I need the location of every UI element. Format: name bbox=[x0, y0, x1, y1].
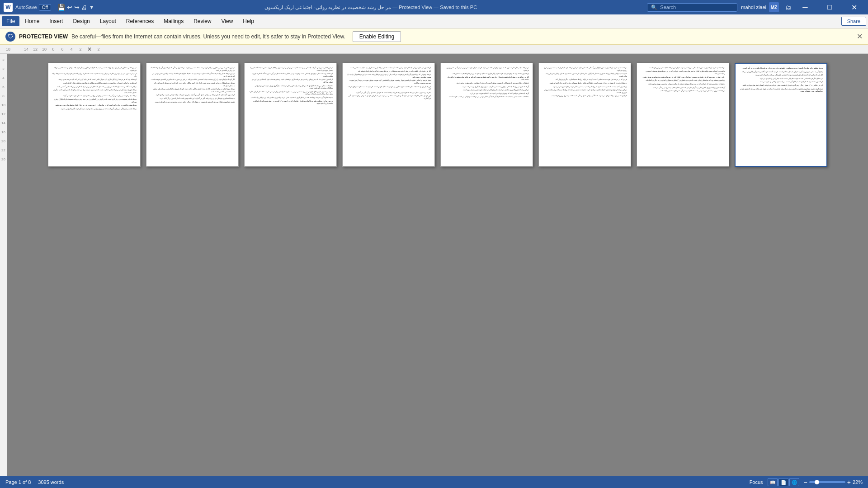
user-name: mahdi ziaei bbox=[741, 5, 766, 10]
v-mark: 4 bbox=[0, 74, 7, 83]
document-canvas: در این فصل به طور کلی از این موضوع صحبت … bbox=[7, 54, 868, 476]
v-mark: 2 bbox=[0, 65, 7, 74]
v-mark: 2 bbox=[0, 56, 7, 65]
title-bar: W AutoSave Off 💾 ↩ ↪ 🖨 ▼ مراحل رشد شخصیت… bbox=[0, 0, 868, 14]
v-mark: 14 bbox=[0, 119, 7, 128]
ruler-marks: 18 14 12 10 8 6 4 2 ✕ 2 bbox=[4, 46, 103, 52]
status-bar-right: Focus 📖 📄 🌐 − + 22% bbox=[750, 478, 863, 486]
page-content-1: در این فصل به طور کلی از این موضوع صحبت … bbox=[52, 67, 137, 110]
close-button[interactable]: ✕ bbox=[844, 0, 864, 14]
word-icon: W bbox=[4, 3, 13, 12]
page-content-3: در اين فصل به بررسي تأثيرات اجتماعي بر ر… bbox=[248, 67, 333, 105]
menu-bar: File Home Insert Design Layout Reference… bbox=[0, 14, 868, 28]
protected-view-bar: 🛡 PROTECTED VIEW Be careful—files from t… bbox=[0, 28, 868, 45]
autosave-label: AutoSave bbox=[15, 5, 37, 10]
search-magnifier-icon: 🔍 bbox=[651, 5, 657, 10]
minimize-button[interactable]: ─ bbox=[795, 0, 816, 14]
protected-label: PROTECTED VIEW bbox=[19, 33, 68, 40]
customize-icon[interactable]: ▼ bbox=[89, 4, 94, 10]
zoom-slider[interactable] bbox=[809, 481, 845, 483]
ruler-mark: ✕ bbox=[85, 46, 94, 52]
status-bar-left: Page 1 of 8 3095 words bbox=[5, 479, 64, 485]
vertical-ruler: 2 2 4 6 8 10 12 14 16 20 22 26 bbox=[0, 54, 7, 476]
ruler-mark: 10 bbox=[40, 47, 49, 52]
zoom-out-button[interactable]: − bbox=[804, 479, 807, 486]
page-thumbnail-7[interactable]: مرحله هفتم نظريه اريکسون به دوره ميانسال… bbox=[637, 63, 729, 167]
ruler-mark: 14 bbox=[22, 47, 31, 52]
ruler: 18 14 12 10 8 6 4 2 ✕ 2 bbox=[0, 45, 868, 54]
menu-file[interactable]: File bbox=[2, 16, 19, 26]
web-layout-button[interactable]: 🌐 bbox=[789, 478, 799, 486]
document-title: مراحل رشد شخصیت در نظریه روانی- اجتماعی … bbox=[264, 5, 477, 10]
protected-message: Be careful—files from the Internet can c… bbox=[71, 33, 345, 40]
menu-mailings[interactable]: Mailings bbox=[159, 16, 188, 26]
v-mark: 12 bbox=[0, 110, 7, 119]
menu-view[interactable]: View bbox=[217, 16, 238, 26]
undo-icon[interactable]: ↩ bbox=[67, 4, 72, 11]
menu-help[interactable]: Help bbox=[238, 16, 259, 26]
pages-row: در این فصل به طور کلی از این موضوع صحبت … bbox=[48, 63, 827, 167]
user-avatar[interactable]: MZ bbox=[769, 2, 779, 12]
menu-design[interactable]: Design bbox=[68, 16, 94, 26]
page-thumbnail-3[interactable]: در اين فصل به بررسي تأثيرات اجتماعي بر ر… bbox=[244, 63, 337, 167]
zoom-in-button[interactable]: + bbox=[847, 479, 851, 486]
main-area: 2 2 4 6 8 10 12 14 16 20 22 26 در این فص… bbox=[0, 54, 868, 476]
ruler-mark: 18 bbox=[4, 47, 13, 52]
v-mark: 10 bbox=[0, 101, 7, 110]
page-content-7: مرحله هفتم نظريه اريکسون به دوره ميانسال… bbox=[641, 67, 725, 93]
menu-references[interactable]: References bbox=[122, 16, 158, 26]
status-bar: Page 1 of 8 3095 words Focus 📖 📄 🌐 − + 2… bbox=[0, 476, 868, 488]
print-icon[interactable]: 🖨 bbox=[81, 4, 87, 11]
title-bar-right: 🔍 Search mahdi ziaei MZ 🗂 ─ □ ✕ bbox=[647, 0, 864, 14]
zoom-area: − + 22% bbox=[804, 479, 863, 486]
redo-icon[interactable]: ↪ bbox=[74, 4, 80, 11]
word-count: 3095 words bbox=[38, 479, 64, 485]
menu-layout[interactable]: Layout bbox=[95, 16, 121, 26]
user-info: mahdi ziaei MZ bbox=[741, 2, 779, 12]
autosave-area: AutoSave Off bbox=[15, 4, 51, 11]
zoom-level: 22% bbox=[853, 479, 863, 485]
close-protected-bar-button[interactable]: ✕ bbox=[857, 32, 863, 41]
menu-home[interactable]: Home bbox=[20, 16, 44, 26]
ruler-mark: 2 bbox=[76, 47, 85, 52]
search-box[interactable]: 🔍 Search bbox=[647, 3, 737, 12]
v-mark: 6 bbox=[0, 83, 7, 92]
page-content-8: مرحله هشتم و آخر نظريه اريکسون به دوره س… bbox=[739, 67, 823, 93]
title-bar-left: W AutoSave Off 💾 ↩ ↪ 🖨 ▼ bbox=[4, 3, 94, 12]
print-layout-button[interactable]: 📄 bbox=[778, 478, 788, 486]
title-bar-center: مراحل رشد شخصیت در نظریه روانی- اجتماعی … bbox=[104, 4, 638, 10]
share-button[interactable]: Share bbox=[841, 17, 866, 26]
v-mark: 26 bbox=[0, 155, 7, 164]
v-mark: 8 bbox=[0, 92, 7, 101]
page-content-6: مرحله ششم نظريه اريکسون به دوره اوايل بز… bbox=[542, 67, 627, 98]
autosave-toggle[interactable]: Off bbox=[39, 4, 51, 11]
page-content-5: در مرحله پنجم نظريه اريکسون که به دوره ن… bbox=[444, 67, 529, 99]
ruler-mark: 6 bbox=[58, 47, 67, 52]
ruler-mark: 8 bbox=[49, 47, 58, 52]
enable-editing-button[interactable]: Enable Editing bbox=[353, 31, 401, 42]
page-thumbnail-2[interactable]: در اين بخش به بررسي دقيق‌تر مراحل اوليه … bbox=[146, 63, 239, 167]
page-thumbnail-4[interactable]: اريکسون در نظريه روانی-اجتماعی خود بر اي… bbox=[342, 63, 435, 167]
focus-label[interactable]: Focus bbox=[750, 479, 763, 485]
restore-button[interactable]: □ bbox=[819, 0, 840, 14]
v-mark: 22 bbox=[0, 146, 7, 155]
page-content-2: در اين بخش به بررسي دقيق‌تر مراحل اوليه … bbox=[150, 67, 235, 103]
menu-review[interactable]: Review bbox=[189, 16, 216, 26]
ribbon-toggle-icon[interactable]: 🗂 bbox=[785, 4, 791, 11]
page-thumbnail-5[interactable]: در مرحله پنجم نظريه اريکسون که به دوره ن… bbox=[440, 63, 533, 167]
menu-insert[interactable]: Insert bbox=[45, 16, 67, 26]
page-info: Page 1 of 8 bbox=[5, 479, 31, 485]
ruler-mark: 12 bbox=[31, 47, 40, 52]
page-thumbnail-6[interactable]: مرحله ششم نظريه اريکسون به دوره اوايل بز… bbox=[538, 63, 631, 167]
read-mode-button[interactable]: 📖 bbox=[768, 478, 778, 486]
view-buttons: 📖 📄 🌐 bbox=[768, 478, 799, 486]
ruler-mark: 2 bbox=[94, 47, 103, 52]
shield-icon: 🛡 bbox=[5, 32, 15, 42]
ruler-mark: 4 bbox=[67, 47, 76, 52]
v-mark: 16 bbox=[0, 128, 7, 137]
zoom-thumb bbox=[815, 480, 819, 484]
page-thumbnail-8[interactable]: مرحله هشتم و آخر نظريه اريکسون به دوره س… bbox=[735, 63, 827, 167]
page-thumbnail-1[interactable]: در این فصل به طور کلی از این موضوع صحبت … bbox=[48, 63, 141, 167]
save-icon[interactable]: 💾 bbox=[57, 4, 65, 11]
ribbon: File Home Insert Design Layout Reference… bbox=[0, 14, 868, 28]
